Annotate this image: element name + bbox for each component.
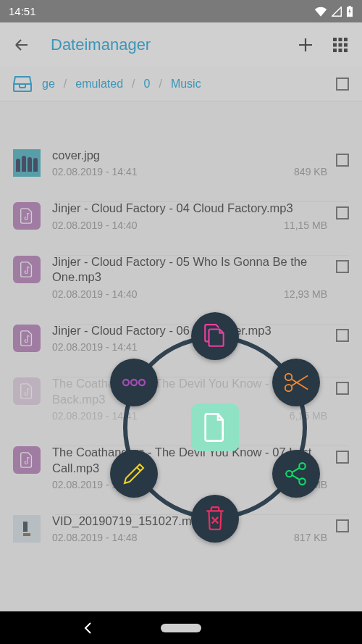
select-all-checkbox[interactable] bbox=[336, 78, 349, 91]
music-icon bbox=[13, 446, 41, 474]
file-date: 02.08.2019 - 14:41 bbox=[52, 166, 138, 177]
nav-back-icon[interactable] bbox=[81, 621, 96, 635]
file-checkbox[interactable] bbox=[336, 206, 349, 219]
music-icon bbox=[13, 377, 41, 405]
copy-button[interactable] bbox=[191, 312, 239, 360]
file-name: Jinjer - Cloud Factory - 05 Who Is Gonna… bbox=[52, 254, 327, 285]
file-size: 11,15 MB bbox=[284, 219, 327, 231]
svg-rect-10 bbox=[344, 49, 348, 52]
file-checkbox[interactable] bbox=[336, 260, 349, 273]
crumb-0[interactable]: ge bbox=[42, 78, 55, 91]
crumb-1[interactable]: emulated bbox=[75, 78, 123, 91]
svg-rect-6 bbox=[339, 43, 342, 46]
file-name: Jinjer - Cloud Factory - 04 Cloud Factor… bbox=[52, 201, 327, 216]
svg-rect-5 bbox=[333, 43, 337, 46]
status-time: 14:51 bbox=[9, 5, 36, 17]
app-header: Dateimanager bbox=[0, 22, 362, 67]
delete-button[interactable] bbox=[191, 495, 239, 543]
file-row[interactable]: cover.jpg 02.08.2019 - 14:41849 KB bbox=[0, 141, 362, 193]
more-button[interactable] bbox=[110, 359, 158, 406]
back-icon[interactable] bbox=[13, 36, 30, 54]
crumb-3[interactable]: Music bbox=[171, 78, 201, 91]
svg-point-20 bbox=[139, 380, 145, 385]
file-size: 12,93 MB bbox=[284, 288, 327, 300]
svg-rect-7 bbox=[344, 43, 348, 46]
signal-icon bbox=[332, 7, 342, 17]
music-icon bbox=[13, 325, 41, 352]
cut-button[interactable] bbox=[272, 359, 320, 406]
wifi-icon bbox=[314, 7, 327, 17]
file-checkbox[interactable] bbox=[336, 329, 349, 342]
svg-rect-1 bbox=[348, 6, 350, 7]
app-title: Dateimanager bbox=[51, 35, 151, 54]
add-icon[interactable] bbox=[297, 36, 314, 54]
svg-rect-3 bbox=[339, 38, 342, 41]
file-checkbox[interactable] bbox=[336, 519, 349, 532]
svg-point-16 bbox=[286, 471, 292, 477]
music-icon bbox=[13, 202, 41, 230]
file-row[interactable]: Jinjer - Cloud Factory - 05 Who Is Gonna… bbox=[0, 247, 362, 316]
drive-icon[interactable] bbox=[13, 76, 32, 92]
crumb-2[interactable]: 0 bbox=[144, 78, 151, 91]
file-name: cover.jpg bbox=[52, 148, 327, 163]
breadcrumb: ge / emulated / 0 / Music bbox=[0, 67, 362, 101]
svg-point-13 bbox=[285, 374, 292, 380]
file-date: 02.08.2019 - 14:40 bbox=[52, 219, 138, 231]
svg-point-19 bbox=[131, 380, 137, 385]
svg-point-14 bbox=[285, 385, 292, 391]
android-nav-bar bbox=[0, 611, 362, 644]
nav-home-pill[interactable] bbox=[161, 624, 201, 632]
file-checkbox[interactable] bbox=[336, 382, 349, 395]
battery-icon bbox=[346, 6, 353, 17]
share-button[interactable] bbox=[272, 450, 320, 498]
file-checkbox[interactable] bbox=[336, 451, 349, 464]
file-size: 849 KB bbox=[294, 166, 327, 177]
image-thumbnail bbox=[13, 149, 41, 177]
svg-rect-4 bbox=[344, 38, 348, 41]
edit-button[interactable] bbox=[110, 450, 158, 498]
svg-rect-11 bbox=[23, 522, 28, 532]
grid-view-icon[interactable] bbox=[332, 36, 349, 54]
music-icon bbox=[13, 256, 41, 283]
svg-rect-12 bbox=[23, 533, 30, 536]
file-date: 02.08.2019 - 14:40 bbox=[52, 288, 138, 300]
status-bar: 14:51 bbox=[0, 0, 362, 22]
file-row[interactable]: Jinjer - Cloud Factory - 04 Cloud Factor… bbox=[0, 193, 362, 246]
radial-menu bbox=[103, 315, 327, 540]
radial-center-file-icon[interactable] bbox=[191, 403, 239, 451]
svg-rect-2 bbox=[333, 38, 337, 41]
file-checkbox[interactable] bbox=[336, 154, 349, 167]
svg-rect-9 bbox=[339, 49, 342, 52]
svg-rect-8 bbox=[333, 49, 337, 52]
svg-point-18 bbox=[123, 380, 129, 385]
video-thumbnail bbox=[13, 515, 41, 543]
